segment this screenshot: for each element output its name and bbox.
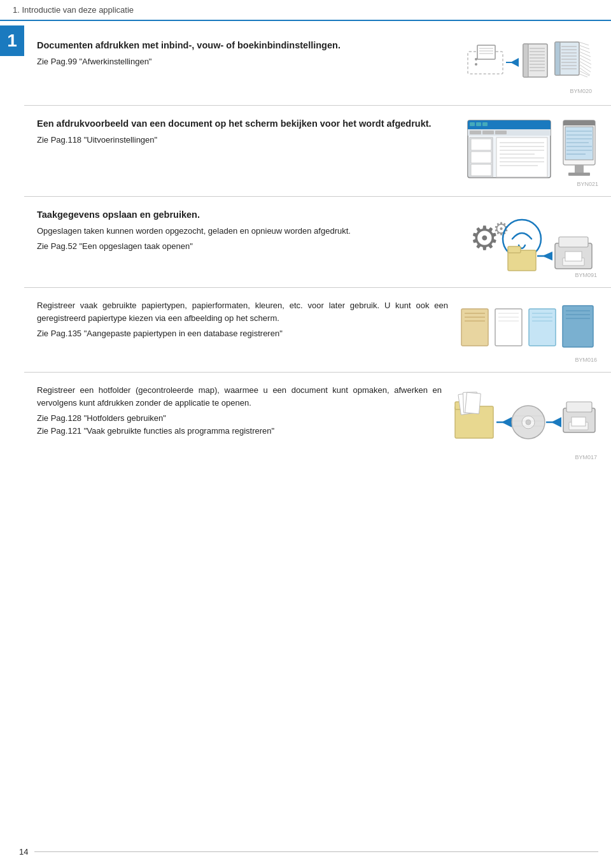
- svg-rect-65: [563, 122, 595, 125]
- svg-line-29: [579, 42, 589, 45]
- chapter-number: 1: [0, 25, 24, 56]
- section-link-task: Zie Pag.52 "Een opgeslagen taak openen": [37, 240, 448, 253]
- footer-page-number: 14: [19, 847, 28, 857]
- svg-line-36: [579, 64, 591, 72]
- svg-rect-50: [495, 131, 507, 134]
- section-link-preview: Zie Pag.118 "Uitvoerinstellingen": [37, 134, 448, 146]
- svg-rect-74: [575, 165, 584, 173]
- section-image-print: BYM020: [458, 39, 598, 96]
- section-title-print: Documenten afdrukken met inbind-, vouw- …: [37, 39, 448, 52]
- section-link-paper: Zie Pag.135 "Aangepaste papiertypen in e…: [37, 327, 448, 340]
- svg-point-6: [475, 63, 477, 66]
- svg-rect-81: [508, 246, 521, 253]
- svg-line-30: [579, 45, 589, 49]
- svg-rect-61: [471, 152, 491, 163]
- svg-rect-93: [495, 309, 522, 346]
- section-text-preview: Een afdrukvoorbeeld van een document op …: [37, 117, 448, 146]
- svg-rect-89: [461, 309, 488, 346]
- svg-point-5: [475, 58, 477, 60]
- svg-rect-20: [555, 42, 560, 75]
- svg-text:BYM020: BYM020: [570, 88, 592, 94]
- section-link-print: Zie Pag.99 "Afwerkinstellingen": [37, 55, 448, 68]
- svg-text:⚙: ⚙: [493, 219, 509, 239]
- section-title-task: Taakgegevens opslaan en gebruiken.: [37, 208, 448, 221]
- main-content: Documenten afdrukken met inbind-, vouw- …: [24, 21, 611, 482]
- section-text-print: Documenten afdrukken met inbind-, vouw- …: [37, 39, 448, 68]
- svg-rect-10: [523, 44, 528, 77]
- paper-types-illustration: BYM016: [458, 299, 598, 363]
- svg-rect-46: [482, 122, 488, 126]
- svg-rect-110: [465, 392, 481, 414]
- svg-rect-1: [477, 45, 495, 59]
- section-text-task: Taakgegevens opslaan en gebruiken. Opges…: [37, 208, 448, 253]
- svg-rect-62: [471, 164, 491, 176]
- section-image-task: ⚙ ⚙ BYM091: [458, 208, 598, 278]
- svg-rect-87: [565, 252, 582, 261]
- section-image-hotfolder: BYM017: [452, 384, 598, 460]
- task-save-illustration: ⚙ ⚙ BYM091: [458, 208, 598, 278]
- section-print-settings: Documenten afdrukken met inbind-, vouw- …: [24, 27, 611, 106]
- section-body-hotfolder: Registreer een hotfolder (gecontroleerde…: [37, 384, 442, 409]
- section-link-hotfolder-1: Zie Pag.128 "Hotfolders gebruiken": [37, 412, 442, 425]
- svg-rect-124: [572, 417, 586, 426]
- svg-rect-49: [482, 131, 494, 134]
- header-title: 1. Introductie van deze applicatie: [13, 5, 134, 15]
- svg-rect-101: [563, 306, 593, 347]
- section-link-hotfolder-2: Zie Pag.121 "Vaak gebruikte functies als…: [37, 425, 442, 438]
- section-image-preview: BYN021: [458, 117, 598, 187]
- svg-text:BYN021: BYN021: [577, 181, 598, 187]
- footer-line: [34, 851, 598, 852]
- section-title-preview: Een afdrukvoorbeeld van een document op …: [37, 117, 448, 130]
- svg-text:BYM017: BYM017: [575, 454, 597, 460]
- svg-line-35: [579, 61, 591, 68]
- svg-text:BYM016: BYM016: [575, 357, 597, 363]
- svg-rect-44: [470, 122, 475, 126]
- svg-rect-75: [568, 173, 590, 176]
- section-task-save: Taakgegevens opslaan en gebruiken. Opges…: [24, 197, 611, 288]
- header: 1. Introductie van deze applicatie: [0, 0, 611, 21]
- svg-rect-60: [471, 139, 491, 150]
- screen-preview-illustration: BYN021: [465, 117, 598, 187]
- section-paper-register: Registreer vaak gebruikte papiertypen, p…: [24, 288, 611, 373]
- section-body-task: Opgeslagen taken kunnen worden opgezocht…: [37, 225, 448, 238]
- svg-point-115: [526, 420, 531, 425]
- svg-rect-85: [559, 237, 588, 247]
- svg-rect-80: [508, 250, 536, 271]
- svg-rect-45: [476, 122, 481, 126]
- section-text-hotfolder: Registreer een hotfolder (gecontroleerde…: [37, 384, 442, 438]
- svg-line-34: [579, 58, 591, 64]
- svg-rect-51: [496, 138, 547, 177]
- section-image-paper: BYM016: [458, 299, 598, 363]
- print-binding-illustration: BYM020: [465, 39, 598, 96]
- section-body-paper: Registreer vaak gebruikte papiertypen, p…: [37, 299, 448, 325]
- svg-rect-97: [529, 309, 556, 346]
- svg-rect-66: [565, 127, 593, 160]
- hotfolder-illustration: BYM017: [452, 384, 598, 460]
- section-preview: Een afdrukvoorbeeld van een document op …: [24, 106, 611, 197]
- svg-rect-122: [566, 402, 592, 412]
- svg-rect-48: [470, 131, 481, 134]
- section-text-paper: Registreer vaak gebruikte papiertypen, p…: [37, 299, 448, 340]
- svg-text:BYM091: BYM091: [575, 272, 597, 278]
- footer: 14: [0, 847, 611, 857]
- section-hotfolder: Registreer een hotfolder (gecontroleerde…: [24, 373, 611, 469]
